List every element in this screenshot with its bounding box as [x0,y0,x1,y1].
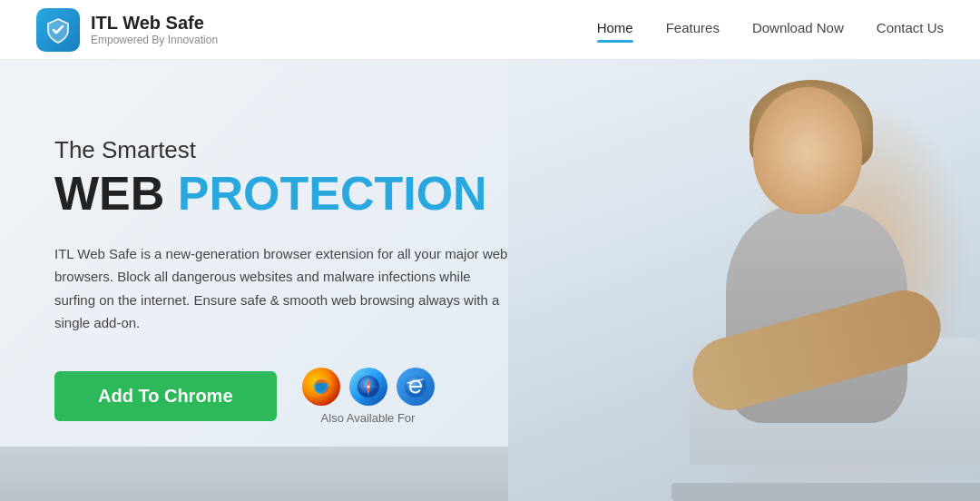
main-nav: Home Features Download Now Contact Us [597,20,944,39]
hero-title: WEB PROTECTION [54,168,508,220]
browser-icons-row [302,368,435,406]
firefox-icon [302,368,340,406]
cta-row: Add To Chrome [54,368,508,425]
nav-item-features[interactable]: Features [666,20,720,39]
logo-title: ITL Web Safe [91,13,218,34]
nav-item-home[interactable]: Home [597,20,633,39]
logo-area: ITL Web Safe Empowered By Innovation [36,8,218,52]
browsers-available-label: Also Available For [321,411,416,425]
hero-title-protection: PROTECTION [178,167,487,220]
logo-text: ITL Web Safe Empowered By Innovation [91,13,218,46]
decorative-head [753,87,862,214]
nav-item-download[interactable]: Download Now [752,20,844,39]
decorative-laptop-base [671,483,980,501]
svg-point-7 [367,385,369,388]
hero-subtitle: The Smartest [54,136,508,164]
hero-content: The Smartest WEB PROTECTION ITL Web Safe… [0,136,508,424]
header: ITL Web Safe Empowered By Innovation Hom… [0,0,980,60]
add-to-chrome-button[interactable]: Add To Chrome [54,371,277,421]
nav-item-contact[interactable]: Contact Us [877,20,944,39]
hero-title-web: WEB [54,167,164,220]
logo-subtitle: Empowered By Innovation [91,34,218,46]
logo-icon [36,8,80,52]
ie-icon [397,368,435,406]
hero-description: ITL Web Safe is a new-generation browser… [54,242,508,335]
safari-icon [349,368,387,406]
hero-section: The Smartest WEB PROTECTION ITL Web Safe… [0,60,980,501]
browser-icons-group: Also Available For [302,368,435,425]
